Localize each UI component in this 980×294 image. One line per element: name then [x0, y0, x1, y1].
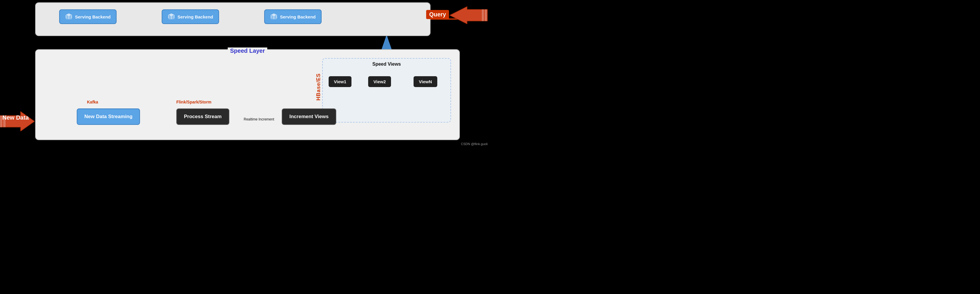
svg-rect-30	[482, 10, 484, 21]
speed-layer-box: Speed Layer Speed Views View1 View2 View…	[35, 49, 460, 140]
new-data-arrow	[0, 111, 35, 131]
kafka-label: Kafka	[87, 100, 98, 104]
query-arrow-svg	[450, 6, 488, 24]
svg-rect-26	[0, 115, 2, 127]
svg-rect-27	[3, 115, 6, 127]
serving-backend-3[interactable]: Serving Backend	[264, 10, 321, 24]
serving-backend-2-label: Serving Backend	[178, 14, 213, 19]
serving-layer-box: Serving Backend Serving Backend Serving	[35, 2, 431, 36]
box-icon-2	[167, 13, 175, 21]
main-canvas: Serving Backend Serving Backend Serving	[0, 0, 490, 147]
hbase-es-label: HBase/ES	[315, 73, 321, 101]
svg-rect-29	[485, 10, 487, 21]
realtime-increment-label: Realtime Increment	[244, 117, 274, 121]
query-arrow-area: Query	[450, 6, 488, 24]
view1-btn[interactable]: View1	[329, 76, 352, 87]
speed-views-label: Speed Views	[372, 62, 401, 67]
new-data-streaming-btn[interactable]: New Data Streaming	[77, 109, 140, 125]
serving-backend-3-label: Serving Backend	[280, 14, 316, 19]
speed-views-box: Speed Views View1 View2 ViewN	[322, 58, 451, 123]
query-label: Query	[426, 10, 449, 19]
speed-layer-label: Speed Layer	[228, 48, 267, 54]
flink-label: Flink/Spark/Storm	[176, 100, 212, 104]
new-data-arrow-svg	[0, 111, 35, 131]
serving-backend-1-label: Serving Backend	[75, 14, 111, 19]
box-icon-1	[65, 13, 73, 21]
increment-views-btn[interactable]: Increment Views	[282, 109, 336, 125]
process-stream-btn[interactable]: Process Stream	[176, 109, 229, 125]
watermark: CSDN @flink.guoli	[461, 142, 488, 146]
view2-btn[interactable]: View2	[368, 76, 391, 87]
viewn-btn[interactable]: ViewN	[414, 76, 437, 87]
serving-backend-1[interactable]: Serving Backend	[59, 10, 116, 24]
box-icon-3	[270, 13, 278, 21]
serving-backend-2[interactable]: Serving Backend	[162, 10, 219, 24]
